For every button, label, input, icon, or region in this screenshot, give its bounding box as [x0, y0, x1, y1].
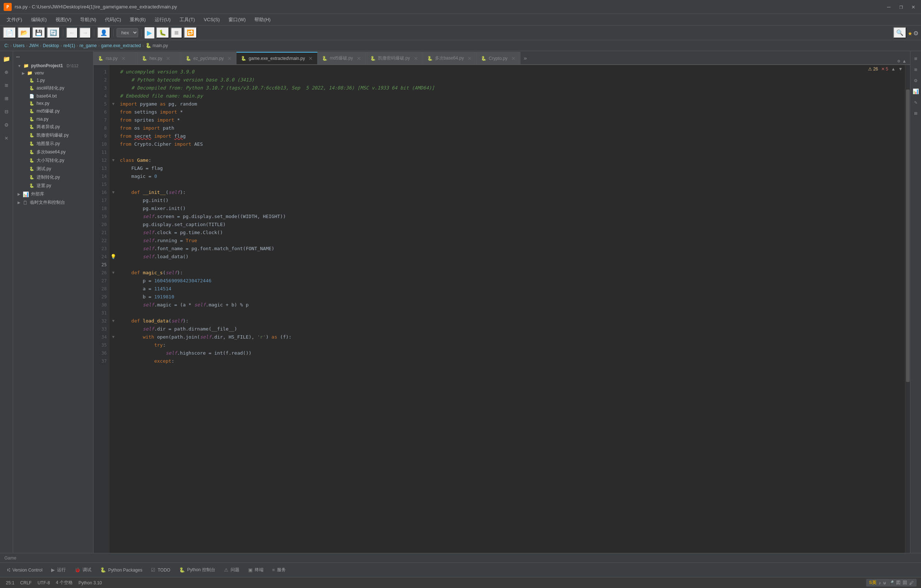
right-icon-5[interactable]: ✎: [911, 98, 920, 107]
sys-tray-mic[interactable]: ⊎: [883, 580, 886, 585]
tree-external-libs[interactable]: ▶ 📊 外部库: [13, 190, 93, 198]
tree-rsa[interactable]: 🐍 rsa.py: [13, 115, 93, 123]
minimize-button[interactable]: —: [885, 3, 893, 11]
close-button[interactable]: ✕: [909, 3, 917, 11]
expand-all-icon[interactable]: ⊞: [1, 93, 12, 104]
menu-item-3[interactable]: 导航(N): [76, 15, 100, 24]
tab-multibase642[interactable]: 🐍 多次base64.py ✕: [423, 52, 477, 64]
tree-reverse[interactable]: 🐍 逆置.py: [13, 182, 93, 190]
status-encoding[interactable]: UTF-8: [36, 580, 52, 586]
sync-button[interactable]: 🔄: [47, 27, 60, 38]
menu-item-9[interactable]: 窗口(W): [225, 15, 249, 24]
breadcrumb-desktop[interactable]: Desktop: [43, 43, 59, 48]
bookmarks-icon[interactable]: ⊕: [1, 67, 12, 78]
fold-12[interactable]: ▼: [112, 156, 115, 164]
tree-venv[interactable]: ▶ 📁 venv: [13, 70, 93, 77]
bottom-tab-python-console[interactable]: 🐍 Python 控制台: [175, 565, 220, 575]
right-icon-4[interactable]: 📊: [911, 87, 920, 96]
debug-run-button[interactable]: 🐛: [156, 27, 169, 38]
tree-project-root[interactable]: ▼ 📁 pythonProject1 D:\112: [13, 62, 93, 70]
bottom-tab-debug[interactable]: 🐞 调试: [70, 565, 96, 575]
right-icon-3[interactable]: ⚙: [911, 76, 920, 85]
tree-multibase64[interactable]: 🐍 多次base64.py: [13, 148, 93, 156]
bottom-tab-python-packages[interactable]: 🐍 Python Packages: [96, 565, 146, 575]
project-icon[interactable]: 📁: [1, 53, 12, 64]
code-editor[interactable]: # uncompyle6 version 3.9.0 # Python byte…: [117, 65, 905, 553]
fold-16[interactable]: ▼: [112, 188, 115, 197]
menu-item-4[interactable]: 代码(C): [101, 15, 125, 24]
settings-left-icon[interactable]: ⚙: [1, 119, 12, 130]
bottom-tab-run[interactable]: ▶ 运行: [47, 565, 70, 575]
sys-tray-pen[interactable]: 🖊: [909, 580, 914, 585]
menu-item-5[interactable]: 重构(B): [126, 15, 149, 24]
bottom-tab-vcs[interactable]: ⑆ Version Control: [3, 565, 47, 575]
tab-hexpy-close[interactable]: ✕: [166, 56, 170, 61]
status-cursor[interactable]: 25:1: [4, 580, 16, 586]
tab-main-close[interactable]: ✕: [308, 56, 313, 61]
tab-md5-close[interactable]: ✕: [357, 56, 361, 61]
tab-main-active[interactable]: 🐍 game.exe_extracted\main.py ✕: [236, 52, 317, 64]
right-icon-2[interactable]: ≡: [911, 65, 920, 74]
breadcrumb-game-extracted[interactable]: game.exe_extracted: [101, 43, 141, 48]
warning-badge[interactable]: ⚠ 26: [868, 67, 878, 71]
status-language[interactable]: Python 3.10: [77, 580, 103, 586]
tab-rsapy[interactable]: 🐍 rsa.py ✕: [94, 52, 137, 64]
tab-caesar2-close[interactable]: ✕: [414, 56, 418, 61]
close-sidebar-icon[interactable]: ✕: [1, 132, 12, 143]
tab-caesar2[interactable]: 🐍 凯撒密码爆破.py ✕: [366, 52, 423, 64]
menu-item-2[interactable]: 视图(V): [52, 15, 75, 24]
new-file-button[interactable]: 📄: [3, 27, 16, 38]
structure-icon[interactable]: ≡: [1, 80, 12, 91]
save-button[interactable]: 💾: [32, 27, 45, 38]
breadcrumb-c[interactable]: C:: [4, 43, 9, 48]
breadcrumb-re4[interactable]: re4(1): [63, 43, 75, 48]
tree-temp-console[interactable]: ▶ 🗒 临时文件和控制台: [13, 198, 93, 207]
tab-rsapy-close[interactable]: ✕: [121, 56, 126, 61]
tab-settings-icon[interactable]: ⚙: [896, 58, 901, 64]
error-badge[interactable]: ✕ 5: [881, 67, 888, 71]
vcs-selector[interactable]: hex: [117, 28, 138, 37]
tab-crypto[interactable]: 🐍 Crypto.py ✕: [477, 52, 521, 64]
fold-5[interactable]: ▼: [112, 100, 115, 108]
sys-tray-screen[interactable]: 図: [896, 580, 900, 586]
menu-item-7[interactable]: 工具(T): [176, 15, 199, 24]
tree-md5[interactable]: 🐍 md5爆破.py: [13, 107, 93, 115]
fold-26[interactable]: ▼: [112, 269, 115, 277]
tab-md5[interactable]: 🐍 md5爆破.py ✕: [317, 52, 366, 64]
tree-ascii[interactable]: 🐍 ascii码转化.py: [13, 84, 93, 93]
right-icon-1[interactable]: ≡: [911, 54, 920, 63]
tab-ezpyc[interactable]: 🐍 ez_pyc\main.py ✕: [181, 52, 236, 64]
fold-34[interactable]: ▼: [112, 333, 115, 341]
menu-item-6[interactable]: 运行(U): [151, 15, 174, 24]
menu-item-0[interactable]: 文件(F): [3, 15, 26, 24]
restart-button[interactable]: 🔁: [184, 27, 197, 38]
maximize-button[interactable]: ❐: [897, 3, 905, 11]
status-indent[interactable]: 4 个空格: [54, 579, 74, 586]
scrollbar-thumb[interactable]: [906, 89, 910, 382]
tree-numconv[interactable]: 🐍 进制转化.py: [13, 173, 93, 182]
warnings-arrow-down[interactable]: ▼: [898, 67, 903, 71]
collapse-all-icon[interactable]: ⊟: [1, 106, 12, 117]
tree-map[interactable]: 🐍 地图显示.py: [13, 140, 93, 148]
forward-button[interactable]: →: [79, 28, 91, 38]
sys-tray-s[interactable]: S英: [869, 580, 876, 586]
open-file-button[interactable]: 📂: [18, 27, 31, 38]
bottom-tab-services[interactable]: ≡ 服务: [268, 565, 291, 575]
stop-button[interactable]: ⏹: [171, 28, 182, 38]
warnings-arrow-up[interactable]: ▲: [891, 67, 895, 71]
tree-test[interactable]: 🐍 测试.py: [13, 165, 93, 173]
user-button[interactable]: 👤: [97, 27, 111, 38]
tree-1py[interactable]: 🐍 1.py: [13, 77, 93, 84]
tab-ezpyc-close[interactable]: ✕: [227, 56, 232, 61]
tab-collapse-icon[interactable]: ▲: [901, 58, 907, 64]
tab-multibase642-close[interactable]: ✕: [467, 56, 472, 61]
back-button[interactable]: ←: [66, 28, 78, 38]
search-button[interactable]: 🔍: [893, 27, 906, 38]
tree-hex[interactable]: 🐍 hex.py: [13, 100, 93, 107]
tree-base64txt[interactable]: 📄 base64.txt: [13, 93, 93, 100]
editor-scrollbar[interactable]: [905, 65, 910, 553]
fold-32[interactable]: ▼: [112, 317, 115, 325]
tab-hexpy[interactable]: 🐍 hex.py ✕: [137, 52, 181, 64]
bottom-tab-issues[interactable]: ⚠ 问题: [220, 565, 244, 575]
tab-crypto-close[interactable]: ✕: [511, 56, 516, 61]
